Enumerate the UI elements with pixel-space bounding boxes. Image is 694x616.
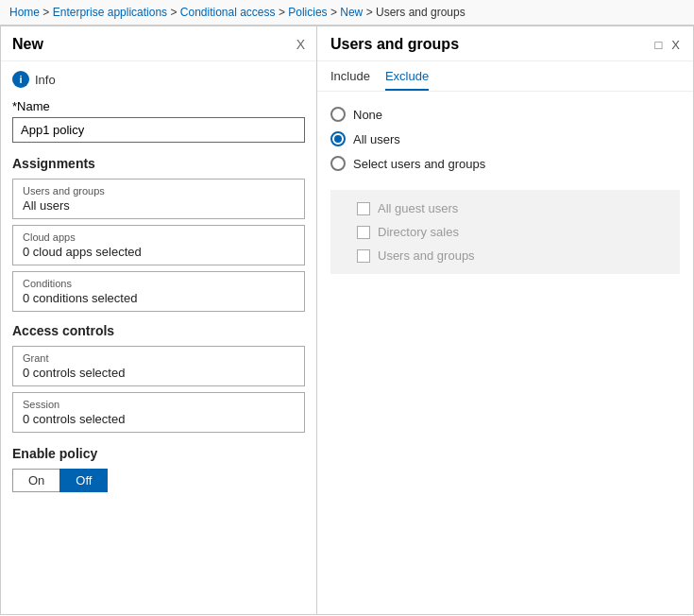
conditions-label: Conditions bbox=[23, 278, 295, 289]
left-panel-body: i Info *Name Assignments Users and group… bbox=[1, 61, 316, 614]
checkbox-directory-sales-box bbox=[357, 226, 370, 239]
radio-all-users-label: All users bbox=[353, 132, 400, 146]
users-and-groups-assignment[interactable]: Users and groups All users bbox=[12, 179, 305, 219]
enable-policy-label: Enable policy bbox=[12, 446, 305, 461]
radio-all-users[interactable]: All users bbox=[330, 131, 680, 146]
breadcrumb: Home > Enterprise applications > Conditi… bbox=[0, 0, 694, 26]
right-panel-close-icon[interactable]: X bbox=[671, 38, 680, 52]
breadcrumb-policies[interactable]: Policies bbox=[288, 6, 327, 19]
radio-select-users[interactable]: Select users and groups bbox=[330, 156, 680, 171]
radio-none-circle bbox=[330, 107, 346, 122]
session-label: Session bbox=[23, 399, 295, 410]
assignments-section-title: Assignments bbox=[12, 156, 305, 171]
right-panel-icons: □ X bbox=[654, 38, 680, 52]
tab-exclude[interactable]: Exclude bbox=[385, 69, 429, 91]
tab-include[interactable]: Include bbox=[330, 69, 370, 91]
left-panel-header: New X bbox=[1, 26, 316, 61]
radio-select-users-circle bbox=[330, 156, 346, 171]
checkbox-all-guest-users[interactable]: All guest users bbox=[357, 201, 667, 215]
policy-off-button[interactable]: Off bbox=[59, 469, 108, 492]
cloud-apps-value: 0 cloud apps selected bbox=[23, 245, 295, 259]
right-panel-header: Users and groups □ X bbox=[317, 26, 693, 61]
enable-policy-toggle: On Off bbox=[12, 469, 305, 492]
enable-policy-section: Enable policy On Off bbox=[12, 446, 305, 492]
session-control[interactable]: Session 0 controls selected bbox=[12, 392, 305, 433]
checkbox-directory-sales[interactable]: Directory sales bbox=[357, 225, 667, 239]
breadcrumb-home[interactable]: Home bbox=[9, 6, 40, 19]
maximize-icon[interactable]: □ bbox=[654, 38, 662, 52]
access-controls-title: Access controls bbox=[12, 323, 305, 338]
name-field-label: *Name bbox=[12, 99, 305, 113]
left-panel: New X i Info *Name Assignments Users and… bbox=[1, 26, 317, 614]
breadcrumb-new[interactable]: New bbox=[340, 6, 363, 19]
checkbox-directory-sales-label: Directory sales bbox=[378, 225, 459, 239]
radio-select-users-label: Select users and groups bbox=[353, 157, 485, 171]
checkbox-all-guest-users-box bbox=[357, 202, 370, 215]
main-container: New X i Info *Name Assignments Users and… bbox=[0, 26, 694, 615]
conditions-assignment[interactable]: Conditions 0 conditions selected bbox=[12, 271, 305, 312]
users-groups-value: All users bbox=[23, 198, 295, 213]
right-panel-title: Users and groups bbox=[330, 36, 459, 53]
cloud-apps-assignment[interactable]: Cloud apps 0 cloud apps selected bbox=[12, 225, 305, 265]
radio-none-label: None bbox=[353, 108, 382, 122]
session-value: 0 controls selected bbox=[23, 412, 295, 426]
info-label: Info bbox=[35, 73, 56, 87]
checkbox-users-and-groups-box bbox=[357, 249, 370, 263]
conditions-value: 0 conditions selected bbox=[23, 291, 295, 305]
radio-all-users-circle bbox=[330, 131, 346, 146]
checkbox-users-and-groups[interactable]: Users and groups bbox=[357, 248, 667, 263]
cloud-apps-label: Cloud apps bbox=[23, 231, 295, 243]
breadcrumb-current: Users and groups bbox=[376, 6, 465, 19]
breadcrumb-enterprise-applications[interactable]: Enterprise applications bbox=[53, 6, 167, 19]
checkbox-group: All guest users Directory sales Users an… bbox=[330, 190, 680, 274]
policy-on-button[interactable]: On bbox=[12, 469, 59, 492]
radio-group: None All users Select users and groups bbox=[330, 107, 680, 171]
info-icon: i bbox=[12, 71, 29, 88]
tabs-row: Include Exclude bbox=[317, 61, 693, 92]
radio-none[interactable]: None bbox=[330, 107, 680, 122]
right-panel: Users and groups □ X Include Exclude Non… bbox=[317, 26, 693, 614]
breadcrumb-conditional-access[interactable]: Conditional access bbox=[180, 6, 276, 19]
grant-label: Grant bbox=[23, 352, 295, 364]
checkbox-users-and-groups-label: Users and groups bbox=[378, 248, 475, 263]
policy-name-input[interactable] bbox=[12, 117, 305, 143]
users-groups-label: Users and groups bbox=[23, 185, 295, 197]
info-bar: i Info bbox=[12, 71, 305, 88]
access-controls-section: Access controls Grant 0 controls selecte… bbox=[12, 323, 305, 433]
radio-all-users-dot bbox=[334, 135, 342, 143]
grant-control[interactable]: Grant 0 controls selected bbox=[12, 346, 305, 386]
left-panel-close-button[interactable]: X bbox=[296, 37, 305, 52]
grant-value: 0 controls selected bbox=[23, 366, 295, 380]
right-panel-body: None All users Select users and groups A bbox=[317, 92, 693, 614]
checkbox-all-guest-users-label: All guest users bbox=[378, 201, 458, 215]
left-panel-title: New bbox=[12, 36, 43, 53]
